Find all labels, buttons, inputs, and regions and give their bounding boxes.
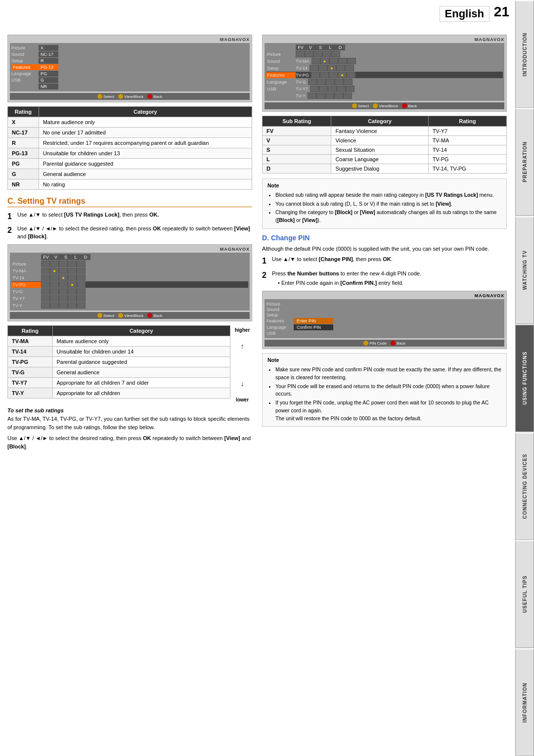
ctrl-back4: Back xyxy=(391,341,405,346)
table-row: X Mature audience only xyxy=(8,117,252,128)
note-list: Blocked sub rating will appear beside th… xyxy=(267,191,501,224)
section-d-heading: D. Change PIN xyxy=(262,234,507,242)
sidebar-tab-using-functions[interactable]: USING FUNCTIONS xyxy=(515,324,534,432)
circle-icon2 xyxy=(118,94,123,99)
table-row: G General audience xyxy=(8,169,252,179)
table-row: V Violence TV-MA xyxy=(263,136,507,145)
category-cell: General audience xyxy=(39,169,252,179)
rating-cell: PG-13 xyxy=(8,148,39,159)
tv-rating-header: Rating xyxy=(8,326,53,336)
pin-row-language: Language Confirm PIN xyxy=(267,324,502,330)
tv-right-tvpg: Features TV-PG ● xyxy=(266,72,503,78)
tv-screen-inner-top-left: Picture X Sound NC-17 Setup R Features P… xyxy=(10,43,250,91)
circle-icon5 xyxy=(118,313,123,318)
list-item: Changing the category to [Block] or [Vie… xyxy=(275,209,501,224)
note-pin-list: Make sure new PIN code and confirm PIN c… xyxy=(267,366,501,422)
category-col-header: Category xyxy=(39,107,252,117)
category-cell: No one under 17 admitted xyxy=(39,128,252,138)
ctrl-back2: Back xyxy=(147,313,162,318)
ctrl-back3: Back xyxy=(402,103,417,108)
table-row: R Restricted; under 17 requires accompan… xyxy=(8,138,252,148)
table-row: D Suggestive Dialog TV-14, TV-PG xyxy=(263,164,507,174)
sub-rating-col-header: Rating xyxy=(428,116,506,127)
tv-menu-row-setup: Setup R xyxy=(11,58,248,64)
list-item: If you forget the PIN code, unplug the A… xyxy=(275,399,501,422)
sub-rating-header: Sub Rating xyxy=(263,116,331,127)
table-row: NC-17 No one under 17 admitted xyxy=(8,128,252,138)
ctrl-viewblock3: View/Block xyxy=(373,103,398,108)
ctrl-select3: Select xyxy=(352,103,369,108)
sidebar-tab-information[interactable]: INFORMATION xyxy=(515,648,534,756)
sub-ratings-instruction: Use ▲/▼ / ◄/► to select the desired rati… xyxy=(7,434,252,450)
circle-icon xyxy=(97,94,102,99)
tv-grid-row-tvpg: TV-PG ● xyxy=(11,281,248,288)
sub-ratings-heading: To set the sub ratings xyxy=(7,407,252,413)
section-c-steps: 1 Use ▲/▼ to select [US TV Ratings Lock]… xyxy=(7,211,252,240)
list-item: You cannot block a sub rating (D, L, S o… xyxy=(275,200,501,208)
ctrl-viewblock: View/Block xyxy=(118,94,143,99)
section-c-heading: C. Setting TV ratings xyxy=(7,197,252,207)
table-row: TV-G General audience xyxy=(8,367,230,378)
tv-right-picture: Picture xyxy=(266,51,503,57)
circle-icon8 xyxy=(373,103,378,108)
col-v: V xyxy=(306,44,315,50)
note-box-pin: Note Make sure new PIN code and confirm … xyxy=(262,353,507,427)
pin-entry-screen: MAGNAVOX Picture Sound Setup Features En… xyxy=(262,291,507,349)
ctrl-select2: Select xyxy=(97,313,114,318)
second-tv-screen: MAGNAVOX FV V S L D xyxy=(7,244,252,321)
ctrl-viewblock2: View/Block xyxy=(118,313,143,318)
category-cell: Parental guidance suggested xyxy=(39,159,252,169)
sidebar-tab-useful-tips[interactable]: USEFUL TIPS xyxy=(515,540,534,648)
table-row: TV-14 Unsuitable for children under 14 xyxy=(8,347,230,357)
col-s: S xyxy=(315,44,325,50)
rating-cell: PG xyxy=(8,159,39,169)
note-box-sub-rating: Note Blocked sub rating will appear besi… xyxy=(262,178,507,229)
rating-cell: NR xyxy=(8,179,39,190)
tv-menu-row-features: Features PG-13 xyxy=(11,64,248,70)
sidebar-tab-watching-tv[interactable]: WATCHING TV xyxy=(515,216,534,324)
table-row: TV-PG Parental guidance suggested xyxy=(8,357,230,367)
circle-icon7 xyxy=(352,103,357,108)
table-row: PG Parental guidance suggested xyxy=(8,159,252,169)
category-cell: Unsuitable for children under 13 xyxy=(39,148,252,159)
tv-controls-top-right: Select View/Block Back xyxy=(265,102,504,109)
tv-category-header: Category xyxy=(52,326,230,336)
tv-controls-top-left: Select View/Block Back xyxy=(10,93,250,100)
sidebar-tab-introduction[interactable]: INTRODUCTION xyxy=(515,0,534,108)
circle-icon6 xyxy=(147,313,152,318)
rating-table: Rating Category X Mature audience only N… xyxy=(7,106,252,190)
tv-right-tv14: Setup TV-14 ● xyxy=(266,65,503,71)
tv-rating-table: Rating Category TV-MA Mature audience on… xyxy=(7,325,230,399)
table-row: TV-Y7 Appropriate for all children 7 and… xyxy=(8,378,230,388)
tv-menu-row-picture: Picture X xyxy=(11,45,248,51)
tv-right-header: FV V S L D xyxy=(266,44,503,50)
step-1: 1 Use ▲/▼ to select [US TV Ratings Lock]… xyxy=(7,211,252,222)
table-row: FV Fantasy Violence TV-Y7 xyxy=(263,127,507,136)
tv-grid-row-tvy: TV-Y xyxy=(11,302,248,309)
list-item: Make sure new PIN code and confirm PIN c… xyxy=(275,366,501,382)
table-row: NR No rating xyxy=(8,179,252,190)
circle-icon4 xyxy=(97,313,102,318)
tv-menu-row-sound: Sound NC-17 xyxy=(11,51,248,57)
sub-rating-table: Sub Rating Category Rating FV Fantasy Vi… xyxy=(262,116,507,174)
tv-rating-section: Rating Category TV-MA Mature audience on… xyxy=(7,325,252,404)
tv-right-tvma: Sound TV-MA ● xyxy=(266,58,503,64)
magnavox-logo-top-left: MAGNAVOX xyxy=(10,37,250,42)
tv-menu-row-nr: NR xyxy=(11,84,248,89)
pin-row-sound: Sound xyxy=(267,307,502,312)
tv-grid-row-tvma: TV-MA ● xyxy=(11,267,248,274)
ctrl-back: Back xyxy=(147,94,162,99)
arrow-down-icon: ↓ xyxy=(241,380,244,388)
step-d2: 2 Press the Number buttons to enter the … xyxy=(262,270,507,287)
col-l: L xyxy=(325,44,335,50)
sub-ratings-text: As for TV-MA, TV-14, TV-PG, or TV-Y7, yo… xyxy=(7,415,252,431)
magnavox-logo-pin: MAGNAVOX xyxy=(265,293,504,298)
pin-row-features: Features Enter PIN xyxy=(267,318,502,324)
circle-icon11 xyxy=(391,341,396,346)
sidebar-tab-preparation[interactable]: PREPARATION xyxy=(515,108,534,216)
ctrl-select: Select xyxy=(97,94,114,99)
pin-row-setup: Setup xyxy=(267,312,502,317)
pin-controls: PIN Code Back xyxy=(265,340,504,347)
sidebar-tab-connecting-devices[interactable]: CONNECTING DEVICES xyxy=(515,432,534,540)
enter-pin-field: Enter PIN xyxy=(294,318,333,324)
